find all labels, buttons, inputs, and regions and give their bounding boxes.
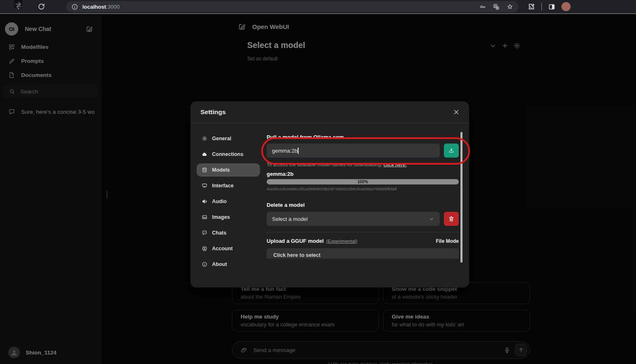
chat-dots-icon: [202, 230, 207, 236]
sidebar-item-documents[interactable]: Documents: [0, 68, 101, 82]
close-icon[interactable]: [453, 108, 460, 116]
new-chat-label: New Chat: [25, 26, 86, 32]
modal-scrollbar[interactable]: [460, 132, 463, 263]
model-selector-value[interactable]: Select a model: [247, 41, 305, 50]
delete-model-heading: Delete a model: [267, 202, 459, 208]
search-icon: [9, 88, 15, 95]
section-divider: [267, 232, 459, 232]
user-avatar: [8, 347, 20, 358]
sidebar-menu: Modelfiles Prompts Documents: [0, 40, 101, 82]
documents-icon: [8, 72, 15, 79]
tab-images[interactable]: Images: [197, 211, 260, 224]
tab-chats[interactable]: Chats: [197, 226, 260, 239]
tab-label: Interface: [212, 183, 234, 189]
prompt-suggestions: Tell me a fun fact about the Roman Empir…: [232, 282, 530, 332]
attach-paperclip-icon[interactable]: [241, 347, 248, 354]
download-icon: [448, 147, 455, 154]
tab-label: Images: [212, 214, 230, 220]
tab-models[interactable]: Models: [197, 163, 260, 177]
refresh-icon[interactable]: [37, 2, 46, 11]
send-arrow-icon: [518, 347, 524, 353]
url-host: localhost: [82, 4, 106, 10]
suggestion-title: Help me study: [241, 314, 370, 320]
page-header: Open WebUI: [238, 23, 289, 31]
person-icon: [10, 348, 18, 357]
download-model-button[interactable]: [444, 144, 459, 158]
user-menu[interactable]: Shion_1124: [0, 341, 101, 364]
new-chat-edit-icon[interactable]: [86, 25, 93, 33]
suggestion-card[interactable]: Help me study vocabulary for a college e…: [232, 310, 379, 332]
file-mode-toggle[interactable]: File Mode: [436, 238, 459, 244]
sidebar-item-label: Modelfiles: [21, 44, 48, 50]
tab-interface[interactable]: Interface: [197, 179, 260, 192]
click-here-link[interactable]: click here.: [383, 162, 407, 167]
search-input[interactable]: [20, 89, 91, 95]
settings-tabs: General Connections Models Interface Aud…: [197, 132, 260, 273]
chat-history-item[interactable]: Sure, here's a concise 3-5 wo: [0, 105, 101, 118]
browser-chrome: localhost:3000: [0, 0, 636, 14]
tab-general[interactable]: General: [197, 132, 260, 145]
back-icon[interactable]: [15, 2, 23, 11]
suggestion-subtitle: for what to do with my kids' art: [392, 321, 521, 328]
prompts-pencil-icon: [8, 57, 15, 65]
bookmark-star-icon[interactable]: [506, 3, 513, 10]
experimental-link[interactable]: (Experimental): [326, 239, 357, 244]
database-icon: [202, 167, 207, 173]
edit-chat-icon[interactable]: [238, 23, 246, 31]
message-composer: [232, 341, 530, 359]
tab-audio[interactable]: Audio: [197, 195, 260, 208]
mic-icon[interactable]: [504, 347, 511, 354]
tab-label: Audio: [212, 199, 226, 204]
sidebar-item-modelfiles[interactable]: Modelfiles: [0, 40, 101, 54]
suggestion-subtitle: about the Roman Empire: [241, 294, 370, 300]
divider: [541, 3, 542, 10]
add-model-icon[interactable]: [501, 42, 508, 49]
suggestion-title: Give me ideas: [392, 314, 521, 320]
gear-icon[interactable]: [513, 42, 520, 49]
side-panel-icon[interactable]: [548, 3, 556, 11]
tab-label: About: [212, 261, 227, 267]
send-button[interactable]: [515, 344, 527, 356]
set-as-default-button[interactable]: Set as default: [247, 56, 305, 62]
pull-model-input[interactable]: gemma:2b: [267, 144, 440, 158]
username: Shion_1124: [26, 350, 56, 356]
suggestion-card[interactable]: Give me ideas for what to do with my kid…: [383, 310, 530, 332]
tab-connections[interactable]: Connections: [197, 148, 260, 161]
chat-history-label: Sure, here's a concise 3-5 wo: [21, 109, 94, 115]
site-info-icon[interactable]: [71, 3, 78, 10]
pull-model-note: To access the available model names for …: [267, 162, 459, 167]
browser-profile-avatar[interactable]: [561, 2, 571, 11]
pull-model-heading: Pull a model from Ollama.com: [267, 134, 459, 140]
upload-select-button[interactable]: Click here to select: [267, 248, 459, 259]
chevron-down-icon[interactable]: [489, 42, 496, 49]
delete-model-button[interactable]: [444, 212, 459, 226]
model-selector-actions: [484, 42, 520, 49]
sidebar-search[interactable]: [3, 85, 98, 98]
sidebar-item-prompts[interactable]: Prompts: [0, 54, 101, 68]
settings-modal: Settings General Connections Models Inte…: [190, 101, 469, 287]
delete-model-select[interactable]: Select a model: [267, 212, 440, 226]
sidebar: OI New Chat Modelfiles Prompts Documents: [0, 15, 101, 364]
speaker-icon: [202, 199, 207, 204]
address-bar[interactable]: localhost:3000: [66, 1, 518, 12]
password-key-icon[interactable]: [479, 3, 486, 10]
delete-model-value: Select a model: [272, 216, 308, 222]
tab-about[interactable]: About: [197, 258, 260, 271]
page-title: Open WebUI: [252, 23, 289, 30]
suggestion-subtitle: of a website's sticky header: [392, 294, 521, 300]
sidebar-item-label: Documents: [21, 72, 52, 78]
tab-account[interactable]: Account: [197, 242, 260, 255]
message-input[interactable]: [253, 347, 504, 353]
new-chat-button[interactable]: OI New Chat: [5, 22, 97, 36]
translate-icon[interactable]: [493, 3, 500, 10]
extensions-icon[interactable]: [528, 3, 535, 11]
gear-icon: [202, 136, 207, 141]
note-text: To access the available model names for …: [267, 162, 382, 167]
chrome-actions: [528, 2, 571, 11]
download-progress-bar: 100%: [267, 179, 459, 184]
chevron-down-icon: [429, 216, 434, 222]
monitor-icon: [202, 183, 207, 189]
upload-gguf-heading: Upload a GGUF model: [267, 238, 324, 244]
text-caret: [298, 148, 299, 154]
tab-label: Chats: [212, 230, 226, 236]
